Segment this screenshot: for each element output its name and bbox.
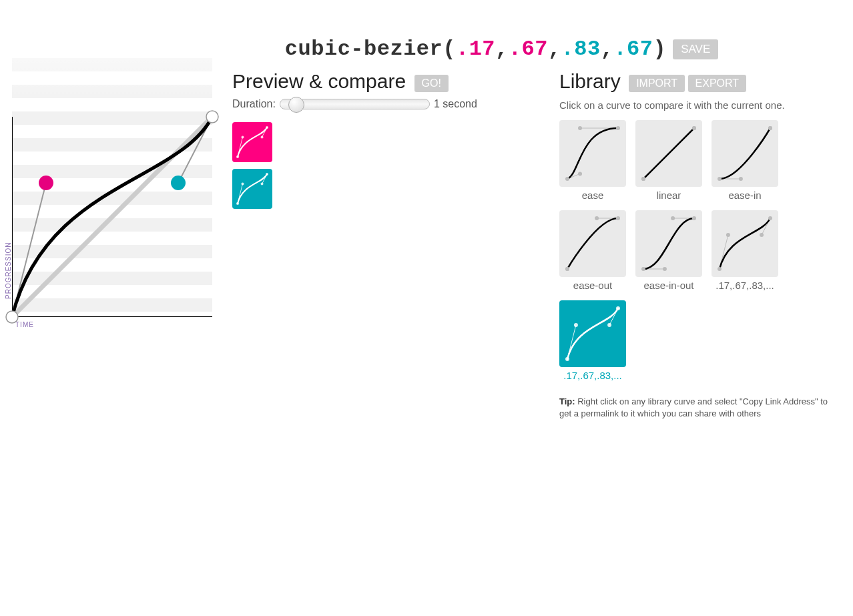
duration-label: Duration: <box>232 98 276 110</box>
library-label: .17,.67,.83,... <box>712 280 778 291</box>
axis-progression-label: PROGRESSION <box>5 242 12 299</box>
library-label: .17,.67,.83,... <box>559 370 626 381</box>
preview-swatch-current[interactable] <box>232 122 272 162</box>
library-title: Library <box>559 70 621 93</box>
svg-point-22 <box>578 126 582 130</box>
svg-point-42 <box>616 216 620 220</box>
svg-point-54 <box>768 216 772 220</box>
svg-point-12 <box>266 126 268 129</box>
preview-swatch-compare[interactable] <box>232 169 272 209</box>
svg-point-11 <box>236 156 239 158</box>
svg-point-59 <box>565 357 569 361</box>
svg-point-18 <box>266 173 268 176</box>
library-item-4[interactable]: ease-in-out <box>635 210 702 291</box>
svg-point-53 <box>718 267 722 271</box>
library-thumb[interactable] <box>635 210 702 277</box>
axis-time-label: TIME <box>15 321 34 328</box>
svg-point-52 <box>760 233 764 237</box>
svg-point-48 <box>692 216 696 220</box>
library-thumb[interactable] <box>712 210 778 277</box>
library-thumb[interactable] <box>559 210 626 277</box>
duration-slider[interactable] <box>280 99 430 109</box>
svg-point-10 <box>261 136 264 139</box>
svg-point-4 <box>206 111 218 123</box>
bezier-editor[interactable] <box>12 53 212 360</box>
library-thumb[interactable] <box>559 120 626 187</box>
svg-point-30 <box>692 126 696 130</box>
editor-canvas[interactable] <box>4 45 220 326</box>
duration-value: 1 second <box>434 98 477 110</box>
bezier-p3: .83 <box>561 37 601 61</box>
save-button[interactable]: SAVE <box>673 39 718 59</box>
library-label: ease-out <box>559 280 626 291</box>
svg-point-35 <box>718 177 722 181</box>
duration-slider-thumb[interactable] <box>288 97 304 113</box>
library-tip: Tip: Right click on any library curve an… <box>559 396 840 420</box>
bezier-p2: .67 <box>509 37 548 61</box>
library-item-3[interactable]: ease-out <box>559 210 626 291</box>
svg-point-33 <box>739 177 743 181</box>
svg-point-51 <box>726 233 730 237</box>
library-subtitle: Click on a curve to compare it with the … <box>559 99 840 111</box>
go-button[interactable]: GO! <box>414 75 449 92</box>
svg-point-57 <box>574 323 578 327</box>
library-label: ease-in-out <box>635 280 702 291</box>
svg-point-23 <box>565 177 569 181</box>
svg-line-0 <box>12 117 212 317</box>
svg-point-58 <box>607 323 611 327</box>
svg-point-24 <box>616 126 620 130</box>
import-button[interactable]: IMPORT <box>629 75 685 92</box>
svg-point-46 <box>671 216 675 220</box>
library-item-0[interactable]: ease <box>559 120 626 201</box>
library-thumb[interactable] <box>559 300 626 367</box>
library-label: ease-in <box>712 190 778 201</box>
library-grid: easelinearease-inease-outease-in-out.17,… <box>559 120 840 381</box>
svg-point-45 <box>663 267 667 271</box>
svg-point-15 <box>241 183 244 186</box>
library-item-5[interactable]: .17,.67,.83,... <box>712 210 778 291</box>
library-thumb[interactable] <box>712 120 778 187</box>
svg-point-36 <box>768 126 772 130</box>
library-item-2[interactable]: ease-in <box>712 120 778 201</box>
library-item-1[interactable]: linear <box>635 120 702 201</box>
svg-point-17 <box>236 202 239 205</box>
svg-point-60 <box>616 306 620 310</box>
preview-title: Preview & compare <box>232 70 406 93</box>
export-button[interactable]: EXPORT <box>688 75 747 92</box>
library-label: linear <box>635 190 702 201</box>
library-item-6[interactable]: .17,.67,.83,... <box>559 300 626 381</box>
svg-point-9 <box>241 136 244 139</box>
svg-point-16 <box>261 183 264 186</box>
svg-point-47 <box>641 267 645 271</box>
svg-point-40 <box>595 216 599 220</box>
library-thumb[interactable] <box>635 120 702 187</box>
svg-point-41 <box>565 267 569 271</box>
func-name: cubic-bezier <box>285 37 443 61</box>
bezier-p1: .17 <box>456 37 495 61</box>
library-label: ease <box>559 190 626 201</box>
svg-point-29 <box>641 177 645 181</box>
svg-point-21 <box>578 172 582 176</box>
svg-point-5 <box>39 176 53 190</box>
svg-point-6 <box>171 176 186 190</box>
bezier-p4: .67 <box>613 37 653 61</box>
